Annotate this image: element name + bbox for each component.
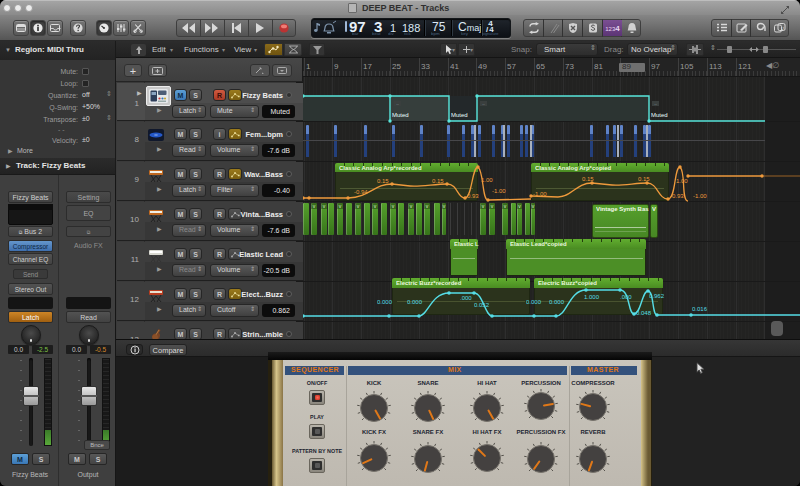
svg-text:♪: ♪	[781, 25, 784, 31]
